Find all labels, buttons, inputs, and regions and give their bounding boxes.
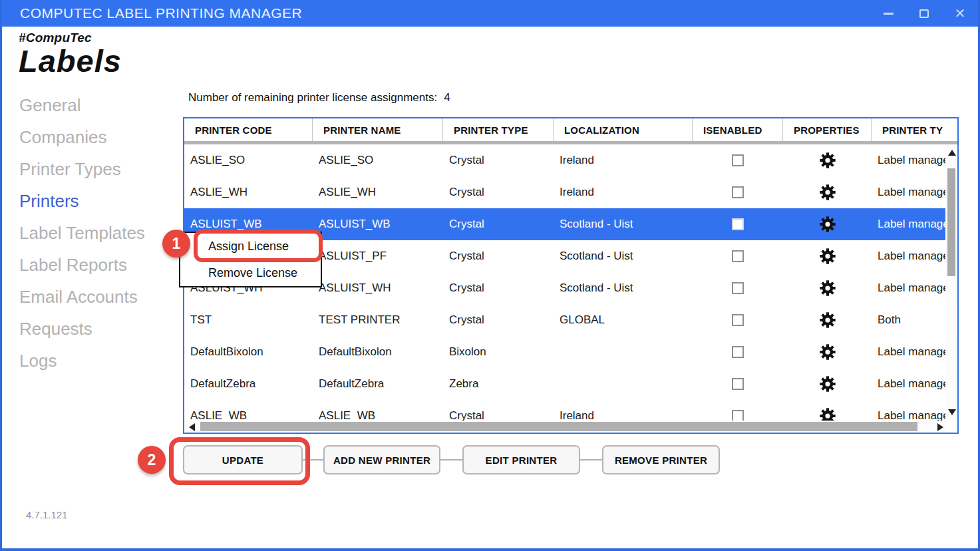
annotation-highlight-assign-license — [194, 230, 323, 262]
table-row[interactable]: TST TEST PRINTER Crystal GLOBAL Both — [184, 304, 957, 336]
column-header-isenabled[interactable]: ISENABLED — [693, 118, 783, 141]
cell-localization: Ireland — [554, 176, 693, 208]
edit-printer-button[interactable]: EDIT PRINTER — [462, 445, 580, 474]
table-row[interactable]: ASLIE_WH ASLIE_WH Crystal Ireland Label … — [184, 176, 957, 208]
column-header-printer-code[interactable]: PRINTER CODE — [184, 118, 313, 141]
isenabled-checkbox[interactable] — [732, 346, 744, 358]
sidebar-item-general[interactable]: General — [19, 89, 145, 121]
cell-localization: Ireland — [554, 400, 693, 421]
gear-icon[interactable] — [818, 311, 837, 329]
app-version: 4.7.1.121 — [26, 509, 68, 520]
cell-localization: Scotland - Uist — [554, 240, 693, 272]
table-row[interactable]: ASLIE_SO ASLIE_SO Crystal Ireland Label … — [184, 144, 957, 176]
cell-printer-name: DefaultBixolon — [313, 336, 443, 368]
scroll-up-icon[interactable] — [948, 150, 956, 156]
minimize-button[interactable] — [878, 3, 898, 23]
maximize-icon — [919, 9, 929, 18]
license-info-label: Number of remaining printer license assi… — [188, 91, 437, 104]
gear-icon[interactable] — [818, 215, 837, 234]
license-info: Number of remaining printer license assi… — [188, 91, 450, 104]
cell-printer-ty: Label manage — [872, 400, 945, 421]
window-title: COMPUTEC LABEL PRINTING MANAGER — [2, 5, 302, 21]
button-connector-line — [580, 459, 602, 460]
isenabled-checkbox[interactable] — [732, 250, 744, 262]
scroll-left-icon[interactable] — [189, 423, 195, 431]
minimize-icon — [884, 13, 894, 15]
isenabled-checkbox[interactable] — [732, 218, 744, 230]
cell-printer-ty: Both — [872, 304, 945, 336]
table-row[interactable]: ASLIE_WB ASLIE_WB Crystal Ireland Label … — [184, 400, 957, 421]
scroll-right-icon[interactable] — [937, 423, 943, 431]
cell-properties — [783, 176, 872, 208]
isenabled-checkbox[interactable] — [732, 282, 744, 294]
cell-properties — [783, 272, 872, 304]
app-logo: #CompuTec Labels — [19, 31, 122, 77]
cell-isenabled — [693, 336, 783, 368]
sidebar-item-email-accounts[interactable]: Email Accounts — [19, 281, 145, 313]
vertical-scrollbar[interactable] — [945, 144, 957, 421]
cell-printer-code: ASLIE_WH — [184, 176, 313, 208]
column-header-localization[interactable]: LOCALIZATION — [554, 118, 693, 141]
cell-printer-type: Bixolon — [443, 336, 554, 368]
cell-isenabled — [693, 400, 783, 421]
column-header-printer-type[interactable]: PRINTER TYPE — [443, 118, 554, 141]
sidebar-item-printers[interactable]: Printers — [19, 185, 145, 217]
cell-printer-ty: Label manage — [872, 240, 945, 272]
gear-icon[interactable] — [818, 151, 837, 170]
isenabled-checkbox[interactable] — [732, 314, 744, 326]
cell-printer-ty: Label manage — [872, 368, 945, 400]
column-header-properties[interactable]: PROPERTIES — [783, 118, 872, 141]
license-remaining-count: 4 — [444, 91, 450, 104]
column-header-printer-ty[interactable]: PRINTER TY — [872, 118, 957, 141]
cell-isenabled — [693, 272, 783, 304]
gear-icon[interactable] — [818, 279, 837, 297]
remove-printer-button[interactable]: REMOVE PRINTER — [602, 445, 720, 474]
gear-icon[interactable] — [818, 247, 837, 266]
vertical-scroll-thumb[interactable] — [947, 168, 955, 276]
cell-printer-type: Zebra — [443, 368, 554, 400]
isenabled-checkbox[interactable] — [732, 410, 744, 421]
maximize-button[interactable] — [914, 3, 934, 23]
cell-properties — [783, 368, 872, 400]
close-icon: ✕ — [955, 7, 966, 20]
cell-printer-name: ASLIE_SO — [313, 144, 443, 176]
horizontal-scrollbar[interactable] — [184, 421, 945, 433]
sidebar-item-printer-types[interactable]: Printer Types — [19, 153, 145, 185]
cell-isenabled — [693, 240, 783, 272]
add-new-printer-button[interactable]: ADD NEW PRINTER — [323, 445, 440, 474]
sidebar-item-label-reports[interactable]: Label Reports — [19, 249, 145, 281]
gear-icon[interactable] — [818, 375, 837, 393]
cell-printer-code: DefaultBixolon — [184, 336, 313, 368]
sidebar-item-logs[interactable]: Logs — [19, 345, 145, 377]
cell-printer-code: DefaultZebra — [184, 368, 313, 400]
cell-printer-name: DefaultZebra — [313, 368, 443, 400]
cell-localization — [554, 336, 693, 368]
isenabled-checkbox[interactable] — [732, 154, 744, 166]
sidebar-item-requests[interactable]: Requests — [19, 313, 145, 345]
cell-printer-code: ASLIE_WB — [184, 400, 313, 421]
table-row[interactable]: DefaultBixolon DefaultBixolon Bixolon La… — [184, 336, 957, 368]
horizontal-scroll-thumb[interactable] — [200, 422, 917, 431]
cell-localization: Ireland — [554, 144, 693, 176]
logo-product-text: Labels — [19, 45, 122, 77]
cell-printer-ty: Label manage — [872, 144, 945, 176]
cell-printer-name: ASLIE_WB — [313, 400, 443, 421]
sidebar-item-companies[interactable]: Companies — [19, 121, 145, 153]
gear-icon[interactable] — [818, 343, 837, 361]
sidebar-item-label-templates[interactable]: Label Templates — [19, 217, 145, 249]
cell-properties — [783, 336, 872, 368]
cell-properties — [783, 144, 872, 176]
window-controls: ✕ — [878, 0, 970, 27]
menu-item-remove-license[interactable]: Remove License — [180, 260, 321, 286]
gear-icon[interactable] — [818, 407, 837, 421]
isenabled-checkbox[interactable] — [732, 378, 744, 390]
cell-printer-name: ASLUIST_WB — [313, 208, 443, 240]
cell-isenabled — [693, 208, 783, 240]
cell-printer-ty: Label manage — [872, 272, 945, 304]
isenabled-checkbox[interactable] — [732, 186, 744, 198]
table-row[interactable]: DefaultZebra DefaultZebra Zebra Label ma… — [184, 368, 957, 400]
close-button[interactable]: ✕ — [950, 3, 970, 23]
column-header-printer-name[interactable]: PRINTER NAME — [313, 118, 443, 141]
gear-icon[interactable] — [818, 183, 837, 202]
scroll-down-icon[interactable] — [948, 409, 956, 415]
